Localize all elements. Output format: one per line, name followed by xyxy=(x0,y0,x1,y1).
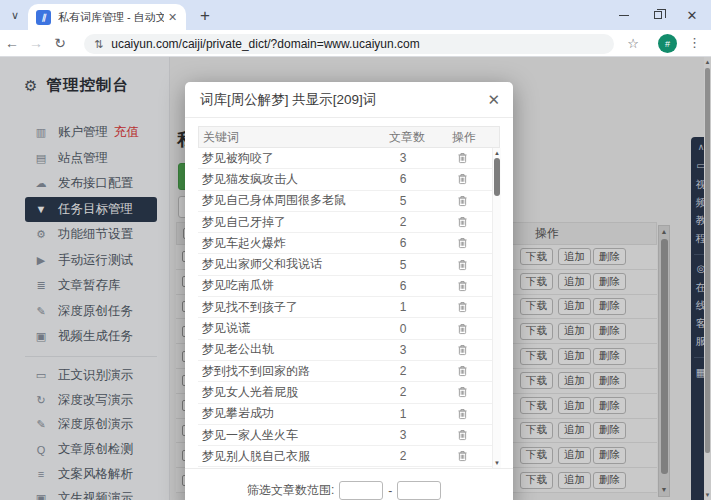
trash-icon xyxy=(457,406,468,423)
trash-icon xyxy=(457,321,468,338)
trash-icon xyxy=(457,235,468,252)
trash-icon xyxy=(457,150,468,167)
bookmark-star-icon[interactable]: ☆ xyxy=(627,36,639,51)
count-column-header: 文章数 xyxy=(389,129,425,146)
trash-icon xyxy=(457,257,468,274)
article-count: 5 xyxy=(383,194,423,208)
delete-keyword-button[interactable] xyxy=(454,450,470,462)
new-tab-button[interactable]: + xyxy=(194,5,216,27)
browser-window: ∨ ∥ 私有词库管理 - 自动文章采集平台 ✕ + ✕ ← → ↻ ⇅ ucai… xyxy=(0,0,711,500)
minimize-button[interactable] xyxy=(607,0,641,30)
keyword-text: 梦见找不到孩子了 xyxy=(202,299,298,316)
site-favicon: ∥ xyxy=(36,10,51,25)
delete-keyword-button[interactable] xyxy=(454,344,470,356)
delete-keyword-button[interactable] xyxy=(454,152,470,164)
scroll-up-arrow-icon[interactable]: ▲ xyxy=(493,150,501,156)
modal-table-header: 关键词 文章数 操作 xyxy=(198,126,500,148)
keyword-text: 梦见说谎 xyxy=(202,320,250,337)
delete-keyword-button[interactable] xyxy=(454,259,470,271)
filter-range-label: 筛选文章数范围: xyxy=(247,482,334,499)
delete-keyword-button[interactable] xyxy=(454,280,470,292)
keyword-text: 梦到找不到回家的路 xyxy=(202,363,310,380)
address-bar[interactable]: ⇅ ucaiyun.com/caiji/private_dict/?domain… xyxy=(84,34,614,54)
trash-icon xyxy=(457,342,468,359)
browser-toolbar: ← → ↻ ⇅ ucaiyun.com/caiji/private_dict/?… xyxy=(0,30,711,57)
delete-keyword-button[interactable] xyxy=(454,429,470,441)
modal-footer: 筛选文章数范围: - xyxy=(185,468,513,500)
browser-tab[interactable]: ∥ 私有词库管理 - 自动文章采集平台 ✕ xyxy=(28,4,186,30)
keyword-row: 梦见自己牙掉了2 xyxy=(198,212,492,233)
keyword-text: 梦见老公出轨 xyxy=(202,341,274,358)
trash-icon xyxy=(457,363,468,380)
tab-strip: ∨ ∥ 私有词库管理 - 自动文章采集平台 ✕ + ✕ xyxy=(0,0,711,30)
keyword-row: 梦见攀岩成功1 xyxy=(198,404,492,425)
keyword-text: 梦见自己牙掉了 xyxy=(202,214,286,231)
article-count: 6 xyxy=(383,172,423,186)
delete-keyword-button[interactable] xyxy=(454,301,470,313)
close-window-button[interactable]: ✕ xyxy=(675,0,709,30)
keyword-row: 梦见女人光着屁股2 xyxy=(198,382,492,403)
article-count: 3 xyxy=(383,428,423,442)
dictionary-modal: 词库[周公解梦] 共显示[209]词 ✕ 关键词 文章数 操作 梦见被狗咬了3梦… xyxy=(185,82,513,500)
profile-avatar[interactable]: # xyxy=(658,34,677,53)
scroll-down-arrow-icon[interactable]: ▼ xyxy=(493,460,501,466)
keyword-text: 梦见车起火爆炸 xyxy=(202,235,286,252)
scroll-down-arrow-icon[interactable]: ▼ xyxy=(704,492,711,498)
page-scrollbar[interactable]: ▲ ▼ xyxy=(704,57,711,500)
modal-header: 词库[周公解梦] 共显示[209]词 ✕ xyxy=(185,82,513,118)
back-button[interactable]: ← xyxy=(0,35,24,51)
keyword-column-header: 关键词 xyxy=(203,129,239,146)
range-min-input[interactable] xyxy=(339,481,383,500)
keyword-row: 梦见出家师父和我说话5 xyxy=(198,254,492,275)
article-count: 1 xyxy=(383,300,423,314)
browser-menu-icon[interactable]: ⋮ xyxy=(688,35,701,50)
trash-icon xyxy=(457,214,468,231)
delete-keyword-button[interactable] xyxy=(454,216,470,228)
restore-button[interactable] xyxy=(641,0,675,30)
article-count: 6 xyxy=(383,279,423,293)
site-settings-icon[interactable]: ⇅ xyxy=(94,38,103,51)
keyword-row: 梦见一家人坐火车3 xyxy=(198,425,492,446)
article-count: 0 xyxy=(383,322,423,336)
modal-title: 词库[周公解梦] 共显示[209]词 xyxy=(200,91,376,109)
tab-close-icon[interactable]: ✕ xyxy=(168,11,177,24)
scroll-up-arrow-icon[interactable]: ▲ xyxy=(704,59,711,65)
delete-keyword-button[interactable] xyxy=(454,195,470,207)
action-column-header: 操作 xyxy=(452,129,476,146)
trash-icon xyxy=(457,427,468,444)
trash-icon xyxy=(457,448,468,465)
article-count: 2 xyxy=(383,385,423,399)
keyword-row: 梦见自己身体周围很多老鼠5 xyxy=(198,191,492,212)
delete-keyword-button[interactable] xyxy=(454,237,470,249)
delete-keyword-button[interactable] xyxy=(454,386,470,398)
keyword-text: 梦见吃南瓜饼 xyxy=(202,277,274,294)
keyword-row: 梦见吃南瓜饼6 xyxy=(198,276,492,297)
article-count: 3 xyxy=(383,343,423,357)
forward-button[interactable]: → xyxy=(24,35,48,51)
keyword-text: 梦见攀岩成功 xyxy=(202,405,274,422)
delete-keyword-button[interactable] xyxy=(454,323,470,335)
tab-title: 私有词库管理 - 自动文章采集平台 xyxy=(58,10,164,25)
modal-close-icon[interactable]: ✕ xyxy=(487,91,500,109)
delete-keyword-button[interactable] xyxy=(454,365,470,377)
scrollbar-thumb[interactable] xyxy=(494,158,500,196)
minimize-icon xyxy=(619,15,629,16)
delete-keyword-button[interactable] xyxy=(454,173,470,185)
tab-search-chevron-icon[interactable]: ∨ xyxy=(6,6,24,24)
keyword-row: 梦见被狗咬了3 xyxy=(198,148,492,169)
reload-button[interactable]: ↻ xyxy=(48,35,72,51)
delete-keyword-button[interactable] xyxy=(454,408,470,420)
scrollbar-thumb[interactable] xyxy=(705,68,710,453)
keyword-row: 梦见说谎0 xyxy=(198,318,492,339)
keyword-row: 梦见猫发疯攻击人6 xyxy=(198,169,492,190)
keyword-row: 梦见车起火爆炸6 xyxy=(198,233,492,254)
article-count: 2 xyxy=(383,449,423,463)
url-text: ucaiyun.com/caiji/private_dict/?domain=w… xyxy=(111,37,419,51)
article-count: 5 xyxy=(383,258,423,272)
page-content: ⚙ 管理控制台 ▥账户管理充值▤站点管理☁发布接口配置▼任务目标管理⚙功能细节设… xyxy=(0,57,711,500)
keyword-text: 梦见一家人坐火车 xyxy=(202,427,298,444)
keyword-row: 梦见老公出轨3 xyxy=(198,340,492,361)
modal-scrollbar[interactable]: ▲ ▼ xyxy=(492,148,501,468)
article-count: 2 xyxy=(383,364,423,378)
range-max-input[interactable] xyxy=(397,481,441,500)
